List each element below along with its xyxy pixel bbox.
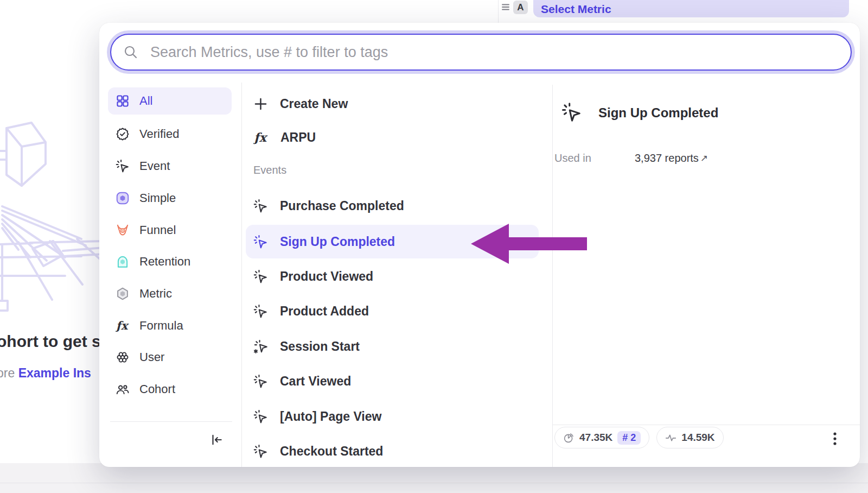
list-item-label: Product Added [280,304,369,319]
kebab-menu-icon [829,432,840,446]
screen: ohort to get s ore Example Ins A Select … [0,0,868,493]
search-bar[interactable] [110,34,852,71]
event-cursor-icon [561,102,582,125]
sidebar-item-all[interactable]: All [108,87,232,115]
metric-picker-dialog: All Verified Event Simple Funnel Retenti… [99,23,860,467]
event-cursor-icon [253,269,268,284]
sidebar-item-cohort[interactable]: Cohort [108,376,232,403]
sidebar-item-retention[interactable]: Retention [108,248,232,275]
pie-chart-icon [563,432,575,444]
grid-icon [116,94,130,108]
sidebar-item-metric[interactable]: Metric [108,280,232,307]
plus-icon [253,97,268,111]
list-item-sign-up-completed[interactable]: Sign Up Completed [246,225,539,258]
list-item-session-start[interactable]: Session Start [246,330,539,363]
reports-link[interactable]: 3,937 reports↗ [635,152,706,165]
list-item-product-added[interactable]: Product Added [246,294,539,328]
example-insights-link[interactable]: Example Ins [18,366,91,380]
event-cursor-icon [116,159,130,173]
event-cursor-icon [253,304,268,319]
event-cursor-icon [253,374,268,389]
cohort-people-icon [116,382,130,396]
sidebar-item-label: Simple [139,191,176,205]
sidebar-item-label: Retention [139,255,190,269]
more-options-button[interactable] [825,429,845,448]
wireframe-art [0,121,104,317]
list-item-product-viewed[interactable]: Product Viewed [246,260,539,293]
search-icon [123,45,138,60]
event-cursor-icon [253,199,268,213]
sidebar-item-label: User [139,350,164,364]
list-item-auto-page-view[interactable]: [Auto] Page View [246,400,539,433]
list-item-label: Purchase Completed [280,199,404,213]
funnel-icon [116,223,130,237]
background-subtext-prefix: ore [0,366,15,380]
background-heading-fragment: ohort to get s [0,332,101,351]
sidebar-item-label: Event [139,159,170,173]
search-input[interactable] [150,36,839,68]
drag-handle-icon[interactable] [501,2,510,14]
sidebar-item-funnel[interactable]: Funnel [108,217,232,244]
collapse-sidebar-button[interactable] [206,429,227,451]
sidebar-item-label: Funnel [139,223,176,237]
metric-stats: 47.35K # 2 14.59K [554,427,724,448]
series-letter-chip: A [513,1,528,14]
sidebar-item-verified[interactable]: Verified [108,121,232,148]
simple-icon [116,191,130,205]
panel-edge-divider [498,0,499,23]
event-cursor-icon [253,235,268,249]
list-item-label: Product Viewed [280,269,373,284]
detail-divider [552,85,553,467]
list-item-label: ARPU [280,130,316,145]
background-subtext: ore Example Ins [0,366,91,381]
reports-count: 3,937 reports [635,152,699,164]
list-item-arpu[interactable]: ARPU [246,121,539,154]
sidebar-item-label: Verified [139,127,179,141]
sidebar-footer-divider [110,421,232,422]
page-bottom-border [0,483,868,483]
user-flower-icon [116,350,130,364]
list-item-checkout-started[interactable]: Checkout Started [246,434,539,467]
used-in-label: Used in [554,152,591,165]
rank-badge: # 2 [617,431,641,445]
detail-title: Sign Up Completed [598,105,718,121]
total-count-chip[interactable]: 47.35K # 2 [554,427,649,448]
list-item-cart-viewed[interactable]: Cart Viewed [246,364,539,398]
collapse-left-icon [209,433,224,447]
list-item-label: Session Start [280,339,360,354]
sidebar-item-formula[interactable]: Formula [108,312,232,339]
verified-badge-icon [116,127,130,141]
page-bottom-gutter [0,463,868,493]
formula-icon [253,130,269,145]
retention-icon [116,255,130,269]
stat-value: 47.35K [579,432,612,444]
select-metric-label: Select Metric [541,3,611,16]
metric-hexagon-icon [116,287,130,301]
sidebar-item-label: Cohort [139,382,175,396]
list-item-label: [Auto] Page View [280,409,381,424]
event-cursor-icon [253,444,268,459]
stat-value: 14.59K [681,432,714,444]
sidebar-item-label: Formula [139,319,183,333]
events-section-header: Events [253,164,416,176]
arrow-up-right-icon: ↗ [700,153,708,163]
list-item-label: Checkout Started [280,444,383,459]
sidebar-item-label: Metric [139,287,172,301]
event-cursor-icon [253,409,268,424]
formula-icon [116,319,130,333]
create-new-button[interactable]: Create New [246,87,539,121]
select-metric-button[interactable]: Select Metric [533,0,849,17]
create-new-label: Create New [280,97,348,111]
sidebar-item-simple[interactable]: Simple [108,185,232,212]
sidebar-item-event[interactable]: Event [108,153,232,180]
sidebar-divider [241,83,242,467]
list-item-purchase-completed[interactable]: Purchase Completed [246,189,539,223]
event-session-icon [253,339,268,354]
sidebar-item-label: All [139,94,152,108]
sidebar-item-user[interactable]: User [108,344,232,371]
activity-count-chip[interactable]: 14.59K [656,427,723,448]
list-item-label: Cart Viewed [280,374,351,389]
detail-footer-divider [553,425,860,425]
activity-pulse-icon [665,432,676,444]
list-item-label: Sign Up Completed [280,235,395,249]
